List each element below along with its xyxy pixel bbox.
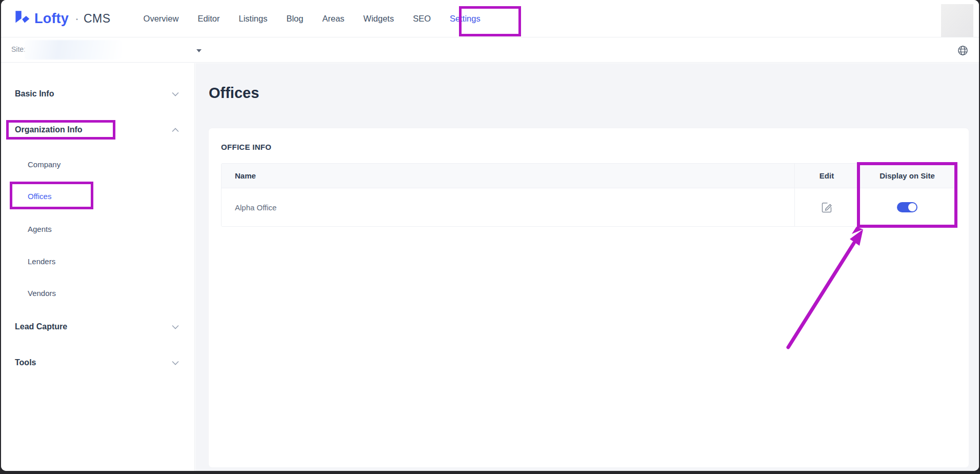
- globe-icon[interactable]: [957, 45, 969, 56]
- browser-window: Lofty · CMS Overview Editor Listings Blo…: [1, 0, 979, 471]
- office-name-cell: Alpha Office: [222, 203, 794, 212]
- site-selector-bar: Site:: [1, 38, 979, 63]
- site-name-redacted[interactable]: [25, 40, 122, 60]
- product-name: CMS: [84, 12, 111, 26]
- main-nav: Overview Editor Listings Blog Areas Widg…: [144, 14, 481, 24]
- sidebar-item-agents[interactable]: Agents: [1, 220, 194, 238]
- chevron-down-icon: [172, 92, 179, 96]
- sidebar-item-lenders[interactable]: Lenders: [1, 252, 194, 270]
- offices-table: Name Edit Display on Site Alpha Office: [221, 163, 956, 227]
- settings-sidebar: Basic Info Organization Info Company Off…: [1, 63, 195, 471]
- sidebar-item-basic-info[interactable]: Basic Info: [1, 85, 194, 103]
- display-on-site-toggle[interactable]: [897, 202, 917, 212]
- chevron-down-icon: [172, 325, 179, 329]
- column-header-edit: Edit: [794, 164, 858, 188]
- toggle-knob: [908, 203, 916, 211]
- avatar[interactable]: [941, 4, 973, 37]
- edit-square-icon: [820, 201, 833, 214]
- chevron-down-icon: [172, 361, 179, 365]
- card-title: OFFICE INFO: [221, 143, 271, 151]
- column-header-display-on-site: Display on Site: [858, 164, 955, 188]
- sidebar-item-organization-info[interactable]: Organization Info: [1, 121, 194, 139]
- sidebar-item-offices[interactable]: Offices: [1, 187, 194, 205]
- nav-item-areas[interactable]: Areas: [322, 14, 344, 24]
- sidebar-item-lead-capture[interactable]: Lead Capture: [1, 318, 194, 336]
- brand-name: Lofty: [34, 11, 69, 27]
- main-content: Offices OFFICE INFO Name Edit Display on…: [195, 63, 979, 471]
- nav-item-settings[interactable]: Settings: [450, 14, 481, 24]
- page-title: Offices: [209, 85, 259, 102]
- nav-item-seo[interactable]: SEO: [413, 14, 431, 24]
- nav-item-overview[interactable]: Overview: [144, 14, 179, 24]
- lofty-logo-icon: [12, 10, 30, 27]
- table-row: Alpha Office: [222, 188, 955, 226]
- nav-item-blog[interactable]: Blog: [286, 14, 303, 24]
- nav-item-listings[interactable]: Listings: [238, 14, 267, 24]
- dropdown-caret-icon[interactable]: [196, 49, 202, 52]
- chevron-up-icon: [172, 128, 179, 132]
- edit-office-button[interactable]: [820, 201, 833, 214]
- sidebar-item-tools[interactable]: Tools: [1, 353, 194, 372]
- logo[interactable]: Lofty · CMS: [12, 10, 111, 27]
- site-label: Site:: [11, 45, 26, 53]
- column-header-name: Name: [222, 171, 794, 180]
- nav-item-editor[interactable]: Editor: [197, 14, 219, 24]
- office-info-card: OFFICE INFO Name Edit Display on Site Al…: [209, 128, 969, 467]
- top-navigation-bar: Lofty · CMS Overview Editor Listings Blo…: [1, 0, 979, 37]
- sidebar-item-vendors[interactable]: Vendors: [1, 284, 194, 302]
- sidebar-item-company[interactable]: Company: [1, 155, 194, 173]
- brand-separator: ·: [75, 11, 79, 26]
- table-header-row: Name Edit Display on Site: [222, 164, 955, 188]
- nav-item-widgets[interactable]: Widgets: [364, 14, 394, 24]
